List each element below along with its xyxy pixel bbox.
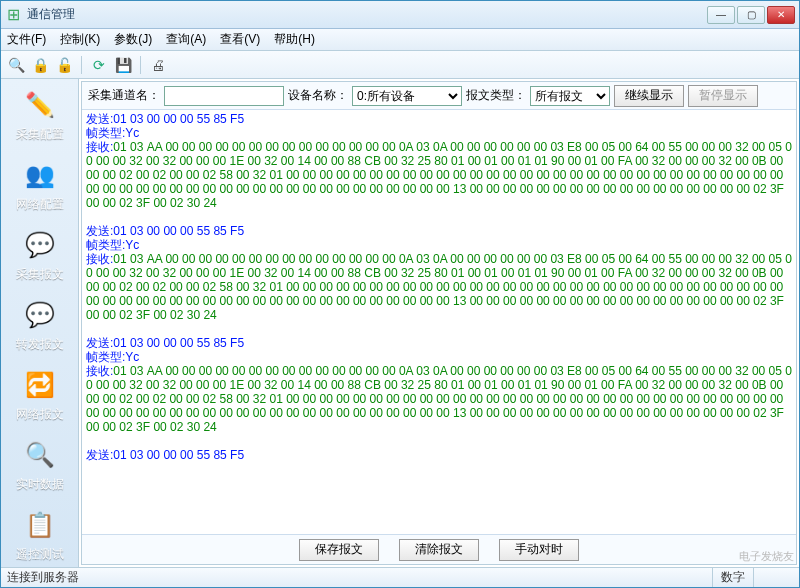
- minimize-button[interactable]: —: [707, 6, 735, 24]
- titlebar: ⊞ 通信管理 — ▢ ✕: [1, 1, 799, 29]
- menu-file[interactable]: 文件(F): [7, 31, 46, 48]
- log-view[interactable]: 发送:01 03 00 00 00 55 85 F5帧类型:Yc接收:01 03…: [82, 110, 796, 534]
- status-spacer: [753, 568, 793, 587]
- sidebar-item-3[interactable]: 💬转发报文: [6, 297, 74, 353]
- status-right: 数字: [712, 568, 753, 587]
- maximize-button[interactable]: ▢: [737, 6, 765, 24]
- sidebar-item-4[interactable]: 🔁网络报文: [6, 367, 74, 423]
- app-icon: ⊞: [5, 7, 21, 23]
- log-tail: 发送:01 03 00 00 00 55 85 F5: [86, 448, 792, 462]
- main-panel: 采集通道名： 设备名称： 0:所有设备 报文类型： 所有报文 继续显示 暂停显示…: [81, 81, 797, 565]
- lock-icon[interactable]: 🔒: [31, 56, 49, 74]
- sidebar-icon-3: 💬: [22, 297, 58, 333]
- save-log-button[interactable]: 保存报文: [299, 539, 379, 561]
- sidebar-label-1: 网络配置: [6, 196, 74, 213]
- menubar: 文件(F) 控制(K) 参数(J) 查询(A) 查看(V) 帮助(H): [1, 29, 799, 51]
- log-recv-0: 接收:01 03 AA 00 00 00 00 00 00 00 00 00 0…: [86, 140, 792, 210]
- search-icon[interactable]: 🔍: [7, 56, 25, 74]
- sidebar-item-5[interactable]: 🔍实时数据: [6, 437, 74, 493]
- log-frame-0: 帧类型:Yc: [86, 126, 792, 140]
- log-send-1: 发送:01 03 00 00 00 55 85 F5: [86, 224, 792, 238]
- sidebar-icon-4: 🔁: [22, 367, 58, 403]
- sidebar-label-5: 实时数据: [6, 476, 74, 493]
- log-send-0: 发送:01 03 00 00 00 55 85 F5: [86, 112, 792, 126]
- log-recv-1: 接收:01 03 AA 00 00 00 00 00 00 00 00 00 0…: [86, 252, 792, 322]
- sidebar-icon-1: 👥: [22, 157, 58, 193]
- continue-button[interactable]: 继续显示: [614, 85, 684, 107]
- menu-view[interactable]: 查看(V): [220, 31, 260, 48]
- log-frame-2: 帧类型:Yc: [86, 350, 792, 364]
- log-recv-2: 接收:01 03 AA 00 00 00 00 00 00 00 00 00 0…: [86, 364, 792, 434]
- clear-log-button[interactable]: 清除报文: [399, 539, 479, 561]
- channel-select[interactable]: [164, 86, 284, 106]
- log-frame-1: 帧类型:Yc: [86, 238, 792, 252]
- device-label: 设备名称：: [288, 87, 348, 104]
- menu-control[interactable]: 控制(K): [60, 31, 100, 48]
- sidebar-label-2: 采集报文: [6, 266, 74, 283]
- save-icon[interactable]: 💾: [114, 56, 132, 74]
- timesync-button[interactable]: 手动对时: [499, 539, 579, 561]
- sidebar-label-0: 采集配置: [6, 126, 74, 143]
- sidebar-item-0[interactable]: ✏️采集配置: [6, 87, 74, 143]
- sidebar-icon-6: 📋: [22, 507, 58, 543]
- print-icon[interactable]: 🖨: [149, 56, 167, 74]
- toolbar-separator: [81, 56, 82, 74]
- body: ✏️采集配置👥网络配置💬采集报文💬转发报文🔁网络报文🔍实时数据📋遥控测试 采集通…: [1, 79, 799, 567]
- device-select[interactable]: 0:所有设备: [352, 86, 462, 106]
- sidebar: ✏️采集配置👥网络配置💬采集报文💬转发报文🔁网络报文🔍实时数据📋遥控测试: [1, 79, 79, 567]
- toolbar-separator-2: [140, 56, 141, 74]
- sidebar-icon-2: 💬: [22, 227, 58, 263]
- menu-params[interactable]: 参数(J): [114, 31, 152, 48]
- log-send-2: 发送:01 03 00 00 00 55 85 F5: [86, 336, 792, 350]
- close-button[interactable]: ✕: [767, 6, 795, 24]
- window-controls: — ▢ ✕: [707, 6, 795, 24]
- status-left: 连接到服务器: [7, 569, 79, 586]
- window-title: 通信管理: [27, 6, 707, 23]
- sidebar-item-2[interactable]: 💬采集报文: [6, 227, 74, 283]
- menu-query[interactable]: 查询(A): [166, 31, 206, 48]
- msgtype-select[interactable]: 所有报文: [530, 86, 610, 106]
- statusbar: 连接到服务器 数字: [1, 567, 799, 587]
- app-window: ⊞ 通信管理 — ▢ ✕ 文件(F) 控制(K) 参数(J) 查询(A) 查看(…: [0, 0, 800, 588]
- sidebar-label-3: 转发报文: [6, 336, 74, 353]
- filter-bar: 采集通道名： 设备名称： 0:所有设备 报文类型： 所有报文 继续显示 暂停显示: [82, 82, 796, 110]
- sidebar-icon-0: ✏️: [22, 87, 58, 123]
- unlock-icon[interactable]: 🔓: [55, 56, 73, 74]
- sidebar-item-1[interactable]: 👥网络配置: [6, 157, 74, 213]
- sidebar-item-6[interactable]: 📋遥控测试: [6, 507, 74, 563]
- channel-label: 采集通道名：: [88, 87, 160, 104]
- refresh-icon[interactable]: ⟳: [90, 56, 108, 74]
- menu-help[interactable]: 帮助(H): [274, 31, 315, 48]
- sidebar-label-4: 网络报文: [6, 406, 74, 423]
- sidebar-icon-5: 🔍: [22, 437, 58, 473]
- msgtype-label: 报文类型：: [466, 87, 526, 104]
- toolbar: 🔍 🔒 🔓 ⟳ 💾 🖨: [1, 51, 799, 79]
- sidebar-label-6: 遥控测试: [6, 546, 74, 563]
- bottom-bar: 保存报文 清除报文 手动对时: [82, 534, 796, 564]
- pause-button[interactable]: 暂停显示: [688, 85, 758, 107]
